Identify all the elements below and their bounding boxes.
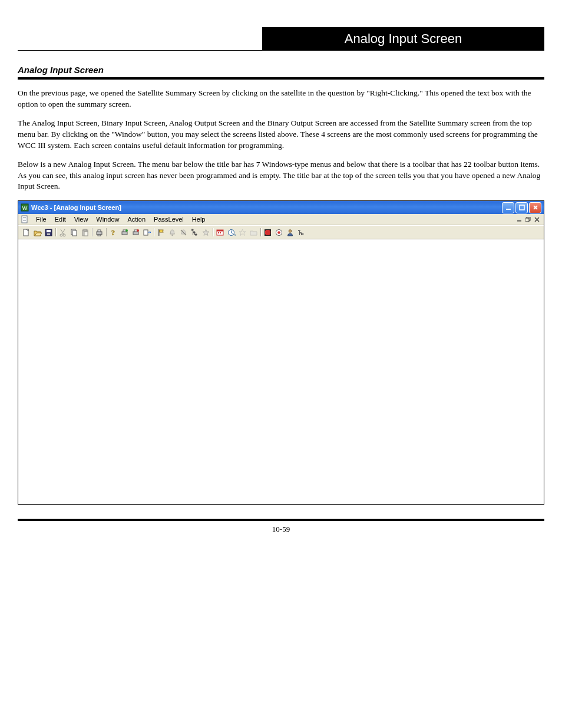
paragraph-3: Below is a new Analog Input Screen. The …: [18, 159, 544, 192]
section-title: Analog Input Screen: [18, 65, 544, 75]
toolbar-paste-icon[interactable]: [80, 227, 90, 238]
menu-window[interactable]: Window: [92, 215, 123, 223]
toolbar-mute-icon[interactable]: [178, 227, 189, 238]
svg-rect-38: [195, 234, 196, 235]
toolbar-separator: [153, 227, 155, 238]
menu-edit[interactable]: Edit: [51, 215, 70, 223]
svg-rect-19: [72, 230, 77, 236]
svg-rect-27: [122, 232, 127, 235]
toolbar-record-icon[interactable]: [273, 227, 284, 238]
menu-view[interactable]: View: [70, 215, 92, 223]
window-maximize-button[interactable]: [515, 202, 528, 213]
svg-point-17: [63, 234, 65, 236]
app-icon: W: [21, 203, 29, 212]
svg-rect-36: [191, 229, 193, 230]
toolbar-new-icon[interactable]: [21, 227, 31, 238]
mdi-restore-button[interactable]: [525, 217, 531, 222]
svg-rect-14: [47, 230, 51, 232]
screenshot-wcc3-window: W Wcc3 - [Analog Input Screen] File: [18, 200, 544, 505]
svg-marker-39: [203, 229, 209, 236]
svg-rect-21: [84, 229, 87, 231]
toolbar-separator: [54, 227, 57, 238]
svg-point-53: [300, 232, 301, 233]
svg-point-32: [137, 229, 139, 232]
header-black-box: Analog Input Screen: [262, 27, 544, 51]
toolbar-folder-icon[interactable]: [248, 227, 259, 238]
svg-rect-33: [144, 230, 148, 235]
mdi-minimize-button[interactable]: [517, 217, 522, 222]
toolbar-calendar-icon[interactable]: [214, 227, 225, 238]
titlebar[interactable]: W Wcc3 - [Analog Input Screen]: [18, 201, 544, 214]
svg-rect-8: [517, 220, 521, 222]
toolbar-send-blue-icon[interactable]: [141, 227, 152, 238]
svg-rect-42: [218, 232, 219, 233]
toolbar-flag-icon[interactable]: [156, 227, 166, 238]
toolbar-separator: [105, 227, 107, 238]
header-rule-left: [18, 50, 262, 51]
svg-point-35: [171, 234, 173, 235]
titlebar-text: Wcc3 - [Analog Input Screen]: [31, 204, 121, 211]
svg-text:?: ?: [111, 229, 115, 237]
toolbar-copy-icon[interactable]: [68, 227, 79, 238]
svg-rect-15: [47, 233, 50, 235]
window-close-button[interactable]: [529, 202, 541, 213]
svg-rect-23: [97, 232, 102, 235]
toolbar-separator: [211, 227, 214, 238]
page-number: 10-59: [18, 525, 544, 534]
paragraph-2: The Analog Input Screen, Binary Input Sc…: [18, 118, 544, 151]
svg-marker-46: [239, 229, 246, 236]
toolbar-help-icon[interactable]: ?: [108, 227, 118, 238]
svg-rect-30: [133, 232, 138, 235]
toolbar-bell-icon[interactable]: [167, 227, 177, 238]
svg-point-52: [298, 230, 299, 231]
svg-point-54: [302, 233, 303, 235]
svg-point-16: [60, 234, 62, 236]
menu-action[interactable]: Action: [123, 215, 150, 223]
toolbar-print-icon[interactable]: [94, 227, 104, 238]
toolbar-separator: [91, 227, 93, 238]
toolbar-separator: [259, 227, 262, 238]
menu-help[interactable]: Help: [188, 215, 210, 223]
toolbar-open-icon[interactable]: [32, 227, 42, 238]
svg-rect-22: [84, 232, 88, 236]
toolbar-clock-icon[interactable]: N: [226, 227, 236, 238]
svg-rect-5: [23, 218, 26, 218]
svg-rect-41: [217, 230, 223, 232]
mdi-doc-icon: [20, 215, 29, 224]
menu-passlevel[interactable]: PassLevel: [150, 215, 188, 223]
svg-point-29: [125, 229, 128, 232]
paragraph-1: On the previous page, we opened the Sate…: [18, 88, 544, 110]
toolbar-tree-icon[interactable]: [189, 227, 200, 238]
body-text: On the previous page, we opened the Sate…: [18, 88, 544, 192]
svg-rect-24: [98, 230, 101, 232]
mdi-close-button[interactable]: [534, 217, 540, 222]
toolbar-send-green-icon[interactable]: [119, 227, 130, 238]
toolbar-star-icon[interactable]: [200, 227, 211, 238]
client-area: [18, 239, 544, 504]
svg-point-50: [277, 231, 280, 234]
svg-rect-37: [193, 232, 194, 233]
toolbar-stop-icon[interactable]: [262, 227, 273, 238]
svg-rect-7: [23, 220, 26, 220]
toolbar-send-red-icon[interactable]: [130, 227, 141, 238]
svg-rect-43: [220, 232, 221, 233]
svg-rect-2: [506, 209, 511, 210]
toolbar-person-icon[interactable]: [285, 227, 295, 238]
toolbar-cut-icon[interactable]: [57, 227, 68, 238]
svg-text:N: N: [234, 233, 236, 236]
section-rule: [18, 77, 544, 80]
toolbar-save-icon[interactable]: [43, 227, 54, 238]
svg-rect-25: [98, 235, 101, 236]
page-header: Analog Input Screen: [18, 27, 544, 51]
svg-rect-3: [520, 205, 524, 210]
svg-point-51: [289, 229, 292, 232]
svg-text:W: W: [22, 205, 28, 211]
footer-rule: [18, 519, 544, 521]
toolbar: ?: [18, 225, 544, 239]
toolbar-list-icon[interactable]: [296, 227, 306, 238]
menubar: File Edit View Window Action PassLevel H…: [18, 214, 544, 225]
menu-file[interactable]: File: [32, 215, 51, 223]
toolbar-star2-icon[interactable]: [237, 227, 247, 238]
svg-rect-6: [23, 219, 26, 219]
window-minimize-button[interactable]: [502, 202, 514, 213]
